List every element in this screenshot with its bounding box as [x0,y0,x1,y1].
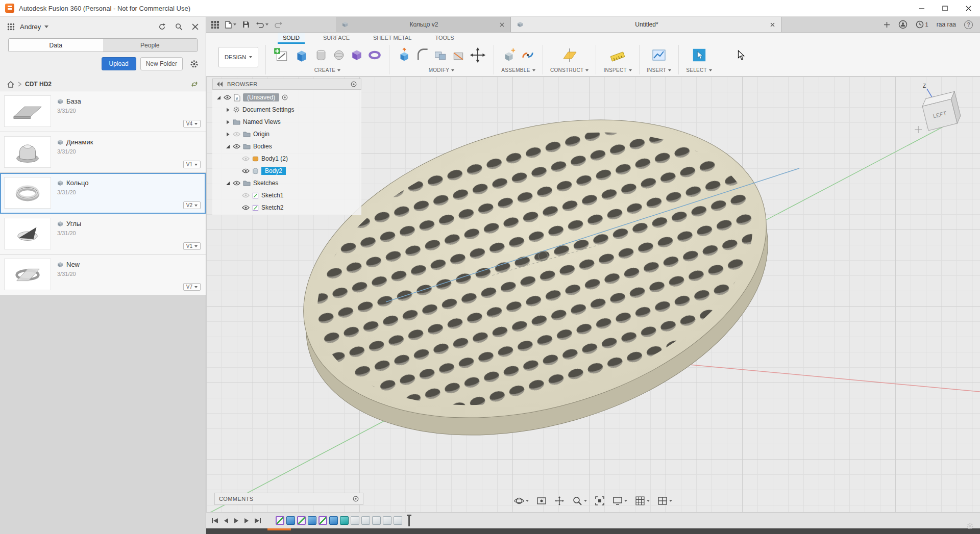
doc-tab-untitled[interactable]: Untitled* [511,17,781,32]
comments-bar[interactable]: COMMENTS [214,493,363,505]
tree-item-document-settings[interactable]: Document Settings [212,104,361,116]
file-menu-icon[interactable] [225,21,236,29]
group-label-select[interactable]: SELECT [686,67,712,73]
combine-icon[interactable] [433,48,448,62]
timeline-sketch-feature-icon[interactable] [276,516,284,525]
maximize-button[interactable] [933,0,957,16]
tab-tools[interactable]: TOOLS [430,33,459,44]
visibility-eye-icon[interactable] [233,132,240,137]
timeline-body-feature-icon[interactable] [383,516,391,525]
breadcrumb-folder[interactable]: CDT HD2 [25,81,52,88]
group-label-modify[interactable]: MODIFY [429,67,455,73]
group-label-inspect[interactable]: INSPECT [603,67,631,73]
data-item[interactable]: New 3/31/20 V7 [0,255,206,295]
close-panel-icon[interactable] [192,23,199,30]
view-cube-face-left[interactable]: LEFT [921,91,962,131]
tree-item-origin[interactable]: Origin [212,128,361,140]
new-component-icon[interactable] [501,47,517,63]
tree-item-sketch1[interactable]: Sketch1 [212,189,361,201]
job-status-icon[interactable]: 1 [916,20,928,29]
expander-icon[interactable] [226,108,230,112]
visibility-eye-icon[interactable] [242,193,250,198]
search-icon[interactable] [175,23,183,31]
timeline-sketch-feature-icon[interactable] [318,516,327,525]
fillet-icon[interactable] [415,48,430,62]
data-item[interactable]: База 3/31/20 V4 [0,91,206,132]
expander-icon[interactable] [226,144,230,149]
visibility-eye-icon[interactable] [233,181,240,186]
create-sketch-icon[interactable] [273,47,289,63]
undo-icon[interactable] [256,21,268,28]
timeline-extrude-feature-icon[interactable] [308,516,316,525]
construction-plane-icon[interactable] [561,47,578,63]
panel-options-icon[interactable] [351,81,357,87]
account-username[interactable]: гаа гаа [937,21,956,28]
tree-item-sketch2[interactable]: Sketch2 [212,201,361,214]
sync-status-icon[interactable] [190,81,199,88]
activate-component-radio-icon[interactable] [282,94,288,100]
press-pull-icon[interactable] [397,47,412,63]
group-label-create[interactable]: CREATE [314,67,341,73]
close-tab-icon[interactable] [770,22,775,27]
visibility-eye-icon[interactable] [242,168,250,173]
step-back-icon[interactable] [224,518,229,524]
step-forward-icon[interactable] [244,518,249,524]
grid-settings-icon[interactable] [635,496,650,506]
timeline-body-feature-icon[interactable] [394,516,402,525]
show-data-panel-icon[interactable] [211,21,219,29]
extrude-icon[interactable] [293,46,310,64]
version-badge[interactable]: V7 [183,283,201,291]
tree-item-body2-selected[interactable]: Body2 [212,165,361,177]
pan-icon[interactable] [554,496,565,506]
expander-icon[interactable] [226,181,230,186]
app-grid-icon[interactable] [7,23,15,31]
collapse-panel-icon[interactable] [217,82,223,87]
upload-button[interactable]: Upload [102,57,136,70]
expander-icon[interactable] [216,95,221,100]
minimize-button[interactable] [910,0,933,16]
measure-icon[interactable] [609,47,626,63]
insert-canvas-icon[interactable] [651,47,667,63]
version-badge[interactable]: V1 [183,242,201,250]
tab-solid[interactable]: SOLID [278,33,305,44]
tree-item-sketches[interactable]: Sketches [212,177,361,189]
split-body-icon[interactable] [451,48,465,62]
torus-icon[interactable] [368,48,382,62]
timeline-extrude-feature-icon[interactable] [286,516,295,525]
visibility-eye-icon[interactable] [233,144,240,149]
sphere-icon[interactable] [332,48,346,62]
tree-item-named-views[interactable]: Named Views [212,116,361,128]
close-tab-icon[interactable] [500,22,504,27]
tab-people[interactable]: People [103,39,198,52]
zoom-icon[interactable] [572,496,587,506]
data-item[interactable]: Динамик 3/31/20 V1 [0,132,206,173]
extensions-icon[interactable] [898,20,908,29]
fit-view-icon[interactable] [595,496,605,506]
group-label-insert[interactable]: INSERT [647,67,671,73]
new-tab-plus-icon[interactable] [884,21,890,28]
joint-icon[interactable] [520,47,535,63]
viewport-canvas[interactable]: BROWSER (Unsaved) Document Setting [206,77,980,512]
visibility-eye-icon[interactable] [242,205,250,210]
timeline-body-feature-icon[interactable] [372,516,381,525]
version-badge[interactable]: V2 [183,201,201,209]
play-icon[interactable] [234,518,239,524]
look-at-icon[interactable] [536,496,547,506]
new-folder-button[interactable]: New Folder [140,57,183,70]
settings-gear-icon[interactable] [966,522,974,530]
data-item-selected[interactable]: Кольцо 3/31/20 V2 [0,173,206,214]
close-window-button[interactable] [957,0,980,16]
version-badge[interactable]: V4 [183,120,201,128]
tab-data[interactable]: Data [9,39,103,52]
visibility-eye-icon[interactable] [242,156,250,161]
workspace-selector-design[interactable]: DESIGN [218,47,258,67]
redo-icon[interactable] [275,21,283,28]
view-cube[interactable]: Z LEFT [908,81,974,142]
form-box-icon[interactable] [350,48,364,62]
move-copy-icon[interactable] [469,46,486,64]
group-label-assemble[interactable]: ASSEMBLE [501,67,535,73]
tree-item-root[interactable]: (Unsaved) [212,91,361,104]
help-icon[interactable]: ? [964,20,973,29]
tab-surface[interactable]: SURFACE [318,33,355,44]
visibility-eye-icon[interactable] [224,95,231,100]
